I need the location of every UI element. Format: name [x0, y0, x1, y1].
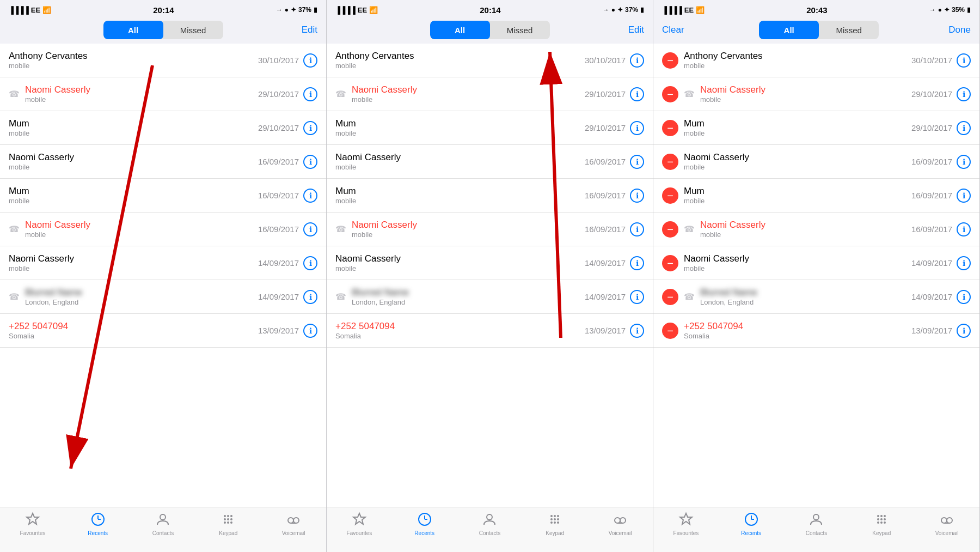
call-info-button[interactable]: ℹ — [957, 87, 971, 101]
call-info-button[interactable]: ℹ — [630, 155, 644, 169]
call-item[interactable]: ☎Blurred NameLondon, England14/09/2017ℹ — [653, 280, 979, 314]
tab-contacts[interactable]: Contacts — [457, 511, 523, 537]
call-item[interactable]: ☎Naomi Casserlymobile29/10/2017ℹ — [653, 77, 979, 111]
delete-call-button[interactable] — [662, 289, 678, 305]
call-info-button[interactable]: ℹ — [630, 53, 644, 68]
tab-recents[interactable]: Recents — [719, 511, 784, 537]
tab-voicemail[interactable]: Voicemail — [914, 511, 979, 537]
call-item[interactable]: ☎Naomi Casserlymobile16/09/2017ℹ — [0, 213, 326, 246]
segment-all-button[interactable]: All — [103, 21, 163, 39]
call-item[interactable]: +252 5047094Somalia13/09/2017ℹ — [0, 314, 326, 348]
call-item[interactable]: Naomi Casserlymobile14/09/2017ℹ — [0, 246, 326, 280]
call-info-button[interactable]: ℹ — [630, 256, 644, 270]
call-info-button[interactable]: ℹ — [630, 189, 644, 203]
call-item[interactable]: +252 5047094Somalia13/09/2017ℹ — [327, 314, 653, 348]
call-info-button[interactable]: ℹ — [303, 324, 317, 338]
delete-call-button[interactable] — [662, 221, 678, 238]
call-item[interactable]: Anthony Cervantesmobile30/10/2017ℹ — [327, 44, 653, 77]
call-name: Mum — [335, 186, 585, 197]
tab-voicemail[interactable]: Voicemail — [261, 511, 326, 537]
call-item[interactable]: ☎Naomi Casserlymobile29/10/2017ℹ — [0, 77, 326, 111]
call-info-button[interactable]: ℹ — [630, 290, 644, 304]
call-info-button[interactable]: ℹ — [957, 53, 971, 68]
call-info-button[interactable]: ℹ — [957, 256, 971, 270]
tab-recents[interactable]: Recents — [392, 511, 457, 537]
call-info-button[interactable]: ℹ — [303, 256, 317, 270]
tab-keypad[interactable]: Keypad — [522, 511, 587, 537]
call-item[interactable]: Mummobile16/09/2017ℹ — [653, 179, 979, 213]
segment-all-button[interactable]: All — [430, 21, 490, 39]
call-item[interactable]: +252 5047094Somalia13/09/2017ℹ — [653, 314, 979, 348]
clear-button[interactable]: Clear — [662, 25, 689, 35]
call-item[interactable]: ☎Naomi Casserlymobile16/09/2017ℹ — [327, 213, 653, 246]
call-item[interactable]: Mummobile29/10/2017ℹ — [0, 111, 326, 145]
edit-button[interactable]: Edit — [296, 25, 317, 35]
segment-all-button[interactable]: All — [759, 21, 819, 39]
delete-call-button[interactable] — [662, 120, 678, 136]
call-item[interactable]: Naomi Casserlymobile14/09/2017ℹ — [653, 246, 979, 280]
edit-button[interactable]: Edit — [622, 25, 644, 35]
call-type: mobile — [335, 264, 585, 272]
call-item[interactable]: Naomi Casserlymobile14/09/2017ℹ — [327, 246, 653, 280]
tab-favourites[interactable]: Favourites — [327, 511, 392, 537]
call-info-button[interactable]: ℹ — [303, 87, 317, 101]
tab-contacts[interactable]: Contacts — [131, 511, 196, 537]
call-item[interactable]: Mummobile29/10/2017ℹ — [653, 111, 979, 145]
call-item[interactable]: Anthony Cervantesmobile30/10/2017ℹ — [653, 44, 979, 77]
call-info-button[interactable]: ℹ — [303, 53, 317, 68]
call-info-button[interactable]: ℹ — [957, 155, 971, 169]
alarm-icon: ● — [611, 6, 615, 14]
tab-contacts[interactable]: Contacts — [784, 511, 849, 537]
delete-call-button[interactable] — [662, 52, 678, 69]
call-info: Blurred NameLondon, England — [700, 287, 911, 306]
call-item[interactable]: Mummobile29/10/2017ℹ — [327, 111, 653, 145]
contacts-tab-label: Contacts — [152, 530, 174, 536]
call-info-button[interactable]: ℹ — [957, 222, 971, 236]
call-item[interactable]: ☎Blurred NameLondon, England14/09/2017ℹ — [0, 280, 326, 314]
call-item[interactable]: Mummobile16/09/2017ℹ — [327, 179, 653, 213]
tab-keypad[interactable]: Keypad — [195, 511, 261, 537]
call-item[interactable]: Mummobile16/09/2017ℹ — [0, 179, 326, 213]
segment-missed-button[interactable]: Missed — [490, 21, 550, 39]
call-item[interactable]: Naomi Casserlymobile16/09/2017ℹ — [653, 145, 979, 179]
delete-call-button[interactable] — [662, 255, 678, 271]
tab-keypad[interactable]: Keypad — [849, 511, 914, 537]
call-date: 29/10/2017 — [585, 123, 626, 132]
tab-voicemail[interactable]: Voicemail — [587, 511, 653, 537]
call-info-button[interactable]: ℹ — [957, 290, 971, 304]
call-name: Naomi Casserly — [335, 253, 585, 264]
call-item[interactable]: ☎Naomi Casserlymobile29/10/2017ℹ — [327, 77, 653, 111]
segment-missed-button[interactable]: Missed — [163, 21, 223, 39]
svg-point-32 — [557, 521, 559, 524]
favourites-tab-label: Favourites — [347, 530, 372, 536]
call-type: mobile — [684, 129, 911, 137]
tab-favourites[interactable]: Favourites — [0, 511, 65, 537]
delete-call-button[interactable] — [662, 323, 678, 339]
call-info-button[interactable]: ℹ — [630, 87, 644, 101]
call-info-button[interactable]: ℹ — [957, 189, 971, 203]
call-item[interactable]: Naomi Casserlymobile16/09/2017ℹ — [0, 145, 326, 179]
call-item[interactable]: Naomi Casserlymobile16/09/2017ℹ — [327, 145, 653, 179]
call-info-button[interactable]: ℹ — [957, 121, 971, 135]
call-info-button[interactable]: ℹ — [303, 121, 317, 135]
call-info-button[interactable]: ℹ — [957, 324, 971, 338]
favourites-tab-label: Favourites — [20, 530, 46, 536]
call-type: mobile — [700, 95, 911, 104]
call-item[interactable]: Anthony Cervantesmobile30/10/2017ℹ — [0, 44, 326, 77]
call-info-button[interactable]: ℹ — [303, 189, 317, 203]
call-item[interactable]: ☎Naomi Casserlymobile16/09/2017ℹ — [653, 213, 979, 246]
call-info-button[interactable]: ℹ — [303, 222, 317, 236]
call-info-button[interactable]: ℹ — [303, 155, 317, 169]
delete-call-button[interactable] — [662, 154, 678, 170]
call-info-button[interactable]: ℹ — [630, 324, 644, 338]
call-info-button[interactable]: ℹ — [630, 121, 644, 135]
tab-recents[interactable]: Recents — [65, 511, 131, 537]
tab-favourites[interactable]: Favourites — [653, 511, 719, 537]
call-info-button[interactable]: ℹ — [303, 290, 317, 304]
call-item[interactable]: ☎Blurred NameLondon, England14/09/2017ℹ — [327, 280, 653, 314]
done-button[interactable]: Done — [948, 25, 971, 35]
segment-missed-button[interactable]: Missed — [819, 21, 879, 39]
call-info-button[interactable]: ℹ — [630, 222, 644, 236]
delete-call-button[interactable] — [662, 86, 678, 102]
delete-call-button[interactable] — [662, 187, 678, 204]
